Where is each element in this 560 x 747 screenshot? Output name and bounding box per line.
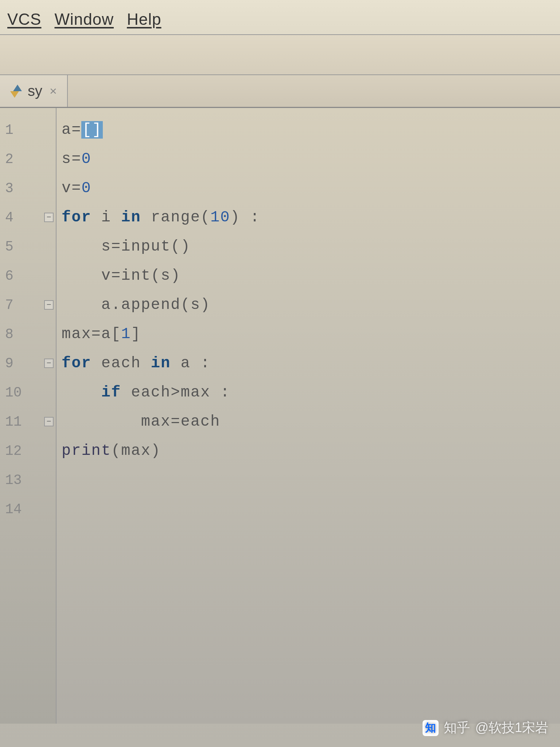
fold-marker-icon[interactable]: − xyxy=(44,417,54,426)
zhihu-icon: 知 xyxy=(423,720,439,736)
line-gutter: 1234−567−89−1011−121314 xyxy=(0,108,57,724)
menu-help[interactable]: Help xyxy=(127,10,162,28)
fold-marker-icon[interactable]: − xyxy=(44,359,54,368)
line-number: 2 xyxy=(0,144,56,174)
close-icon[interactable]: × xyxy=(50,84,57,98)
fold-marker-icon[interactable]: − xyxy=(44,300,54,310)
python-file-icon xyxy=(10,85,23,98)
editor-tab[interactable]: sy × xyxy=(0,75,68,107)
menu-window[interactable]: Window xyxy=(54,10,114,28)
line-number: 8 xyxy=(0,320,56,349)
line-number: 1 xyxy=(0,115,56,144)
line-number: 9− xyxy=(0,349,56,378)
toolbar-area xyxy=(0,35,560,75)
fold-marker-icon[interactable]: − xyxy=(44,213,54,222)
line-number: 4− xyxy=(0,203,56,232)
tab-label: sy xyxy=(28,83,42,99)
code-line[interactable]: a=[] xyxy=(62,115,560,144)
menu-vcs[interactable]: VCS xyxy=(7,10,41,28)
code-line[interactable]: s=input() xyxy=(62,232,560,261)
code-line[interactable]: s=0 xyxy=(62,144,560,174)
code-line[interactable]: print(max) xyxy=(62,436,560,465)
line-number: 12 xyxy=(0,436,56,465)
code-line[interactable]: max=each xyxy=(62,407,560,436)
line-number: 14 xyxy=(0,495,56,524)
watermark-author: @软技1宋岩 xyxy=(475,719,548,737)
line-number: 6 xyxy=(0,261,56,290)
line-number: 13 xyxy=(0,465,56,495)
code-line[interactable] xyxy=(62,465,560,495)
tab-bar: sy × xyxy=(0,75,560,108)
code-editor[interactable]: a=[]s=0v=0for i in range(10) : s=input()… xyxy=(57,108,560,724)
editor-area: 1234−567−89−1011−121314 a=[]s=0v=0for i … xyxy=(0,108,560,724)
line-number: 5 xyxy=(0,232,56,261)
code-line[interactable]: v=0 xyxy=(62,174,560,203)
code-line[interactable]: max=a[1] xyxy=(62,320,560,349)
code-line[interactable]: for each in a : xyxy=(62,349,560,378)
code-line[interactable]: for i in range(10) : xyxy=(62,203,560,232)
code-line[interactable]: if each>max : xyxy=(62,378,560,407)
line-number: 11− xyxy=(0,407,56,436)
code-line[interactable]: v=int(s) xyxy=(62,261,560,290)
code-line[interactable] xyxy=(62,495,560,524)
code-line[interactable]: a.append(s) xyxy=(62,290,560,320)
watermark-site: 知乎 xyxy=(444,719,470,737)
line-number: 10 xyxy=(0,378,56,407)
line-number: 3 xyxy=(0,174,56,203)
menubar: VCS Window Help xyxy=(0,7,560,35)
line-number: 7− xyxy=(0,290,56,320)
watermark: 知 知乎 @软技1宋岩 xyxy=(423,719,548,737)
ide-window: VCS Window Help sy × 1234−567−89−1011−12… xyxy=(0,0,560,747)
